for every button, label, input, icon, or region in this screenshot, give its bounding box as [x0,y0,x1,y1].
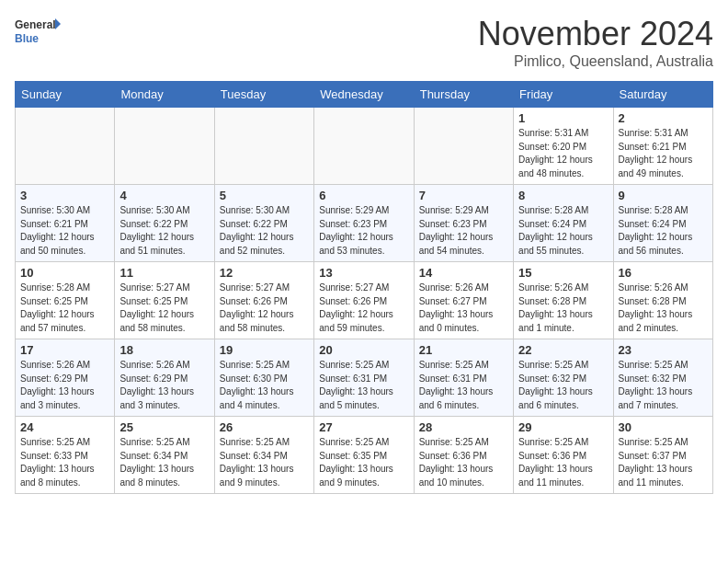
day-number: 13 [319,266,408,280]
day-info: Sunrise: 5:26 AM Sunset: 6:28 PM Dayligh… [619,282,708,335]
table-row: 28Sunrise: 5:25 AM Sunset: 6:36 PM Dayli… [414,417,513,494]
day-info: Sunrise: 5:28 AM Sunset: 6:24 PM Dayligh… [518,204,608,258]
calendar-week-row: 24Sunrise: 5:25 AM Sunset: 6:33 PM Dayli… [16,417,713,494]
day-number: 21 [419,343,508,357]
table-row [214,108,313,185]
day-number: 6 [319,189,408,202]
day-number: 26 [220,420,309,434]
day-number: 11 [119,266,209,280]
logo: General Blue [15,15,61,48]
day-number: 29 [518,420,608,434]
table-row: 5Sunrise: 5:30 AM Sunset: 6:22 PM Daylig… [214,185,313,262]
day-number: 25 [119,420,209,434]
calendar-week-row: 3Sunrise: 5:30 AM Sunset: 6:21 PM Daylig… [16,185,713,262]
day-number: 7 [419,189,508,202]
calendar-table: Sunday Monday Tuesday Wednesday Thursday… [15,81,713,494]
day-number: 1 [518,111,608,125]
day-info: Sunrise: 5:27 AM Sunset: 6:26 PM Dayligh… [220,282,309,335]
table-row: 17Sunrise: 5:26 AM Sunset: 6:29 PM Dayli… [16,339,115,417]
day-number: 10 [20,266,109,280]
table-row: 10Sunrise: 5:28 AM Sunset: 6:25 PM Dayli… [16,262,115,339]
header-tuesday: Tuesday [214,82,313,108]
day-info: Sunrise: 5:25 AM Sunset: 6:31 PM Dayligh… [319,359,408,412]
day-number: 24 [20,420,109,434]
svg-text:Blue: Blue [15,32,39,45]
day-info: Sunrise: 5:25 AM Sunset: 6:32 PM Dayligh… [619,359,708,412]
table-row: 12Sunrise: 5:27 AM Sunset: 6:26 PM Dayli… [214,262,313,339]
table-row: 14Sunrise: 5:26 AM Sunset: 6:27 PM Dayli… [414,262,513,339]
day-info: Sunrise: 5:25 AM Sunset: 6:31 PM Dayligh… [419,359,508,412]
day-number: 14 [419,266,508,280]
day-number: 8 [518,189,608,202]
day-number: 18 [119,343,209,357]
day-info: Sunrise: 5:31 AM Sunset: 6:21 PM Dayligh… [619,127,708,180]
header-saturday: Saturday [613,82,712,108]
table-row: 4Sunrise: 5:30 AM Sunset: 6:22 PM Daylig… [115,185,214,262]
table-row: 18Sunrise: 5:26 AM Sunset: 6:29 PM Dayli… [115,339,214,417]
logo-svg: General Blue [15,15,61,48]
day-info: Sunrise: 5:29 AM Sunset: 6:23 PM Dayligh… [419,204,508,258]
title-area: November 2024 Pimlico, Queensland, Austr… [478,15,713,70]
day-number: 23 [619,343,708,357]
day-number: 30 [619,420,708,434]
table-row: 16Sunrise: 5:26 AM Sunset: 6:28 PM Dayli… [613,262,712,339]
header-sunday: Sunday [16,82,115,108]
day-info: Sunrise: 5:26 AM Sunset: 6:29 PM Dayligh… [20,359,109,412]
month-title: November 2024 [478,15,713,53]
day-info: Sunrise: 5:30 AM Sunset: 6:21 PM Dayligh… [20,204,109,258]
table-row: 20Sunrise: 5:25 AM Sunset: 6:31 PM Dayli… [314,339,414,417]
table-row: 22Sunrise: 5:25 AM Sunset: 6:32 PM Dayli… [514,339,613,417]
header-monday: Monday [115,82,214,108]
day-info: Sunrise: 5:25 AM Sunset: 6:34 PM Dayligh… [220,436,309,489]
table-row: 27Sunrise: 5:25 AM Sunset: 6:35 PM Dayli… [314,417,414,494]
table-row: 11Sunrise: 5:27 AM Sunset: 6:25 PM Dayli… [115,262,214,339]
day-number: 19 [220,343,309,357]
table-row: 15Sunrise: 5:26 AM Sunset: 6:28 PM Dayli… [514,262,613,339]
header-friday: Friday [514,82,613,108]
calendar-week-row: 17Sunrise: 5:26 AM Sunset: 6:29 PM Dayli… [16,339,713,417]
day-number: 3 [20,189,109,202]
day-info: Sunrise: 5:29 AM Sunset: 6:23 PM Dayligh… [319,204,408,258]
day-number: 16 [619,266,708,280]
table-row [115,108,214,185]
table-row [314,108,414,185]
day-number: 17 [20,343,109,357]
table-row: 23Sunrise: 5:25 AM Sunset: 6:32 PM Dayli… [613,339,712,417]
day-info: Sunrise: 5:25 AM Sunset: 6:30 PM Dayligh… [220,359,309,412]
day-info: Sunrise: 5:26 AM Sunset: 6:28 PM Dayligh… [518,282,608,335]
day-info: Sunrise: 5:26 AM Sunset: 6:27 PM Dayligh… [419,282,508,335]
table-row: 26Sunrise: 5:25 AM Sunset: 6:34 PM Dayli… [214,417,313,494]
table-row: 2Sunrise: 5:31 AM Sunset: 6:21 PM Daylig… [613,108,712,185]
day-info: Sunrise: 5:25 AM Sunset: 6:36 PM Dayligh… [419,436,508,489]
table-row: 19Sunrise: 5:25 AM Sunset: 6:30 PM Dayli… [214,339,313,417]
day-info: Sunrise: 5:25 AM Sunset: 6:33 PM Dayligh… [20,436,109,489]
table-row: 9Sunrise: 5:28 AM Sunset: 6:24 PM Daylig… [613,185,712,262]
day-number: 15 [518,266,608,280]
table-row: 29Sunrise: 5:25 AM Sunset: 6:36 PM Dayli… [514,417,613,494]
day-info: Sunrise: 5:28 AM Sunset: 6:25 PM Dayligh… [20,282,109,335]
day-number: 5 [220,189,309,202]
day-info: Sunrise: 5:25 AM Sunset: 6:35 PM Dayligh… [319,436,408,489]
table-row: 21Sunrise: 5:25 AM Sunset: 6:31 PM Dayli… [414,339,513,417]
day-number: 28 [419,420,508,434]
day-info: Sunrise: 5:26 AM Sunset: 6:29 PM Dayligh… [119,359,209,412]
calendar-week-row: 1Sunrise: 5:31 AM Sunset: 6:20 PM Daylig… [16,108,713,185]
table-row [414,108,513,185]
day-info: Sunrise: 5:27 AM Sunset: 6:25 PM Dayligh… [119,282,209,335]
table-row: 1Sunrise: 5:31 AM Sunset: 6:20 PM Daylig… [514,108,613,185]
table-row: 24Sunrise: 5:25 AM Sunset: 6:33 PM Dayli… [16,417,115,494]
location-title: Pimlico, Queensland, Australia [478,53,713,70]
day-info: Sunrise: 5:27 AM Sunset: 6:26 PM Dayligh… [319,282,408,335]
day-info: Sunrise: 5:25 AM Sunset: 6:34 PM Dayligh… [119,436,209,489]
header-wednesday: Wednesday [314,82,414,108]
day-info: Sunrise: 5:25 AM Sunset: 6:32 PM Dayligh… [518,359,608,412]
day-number: 12 [220,266,309,280]
svg-text:General: General [15,18,56,31]
day-info: Sunrise: 5:30 AM Sunset: 6:22 PM Dayligh… [220,204,309,258]
table-row: 3Sunrise: 5:30 AM Sunset: 6:21 PM Daylig… [16,185,115,262]
table-row [16,108,115,185]
calendar-week-row: 10Sunrise: 5:28 AM Sunset: 6:25 PM Dayli… [16,262,713,339]
day-number: 22 [518,343,608,357]
header-thursday: Thursday [414,82,513,108]
day-info: Sunrise: 5:31 AM Sunset: 6:20 PM Dayligh… [518,127,608,180]
